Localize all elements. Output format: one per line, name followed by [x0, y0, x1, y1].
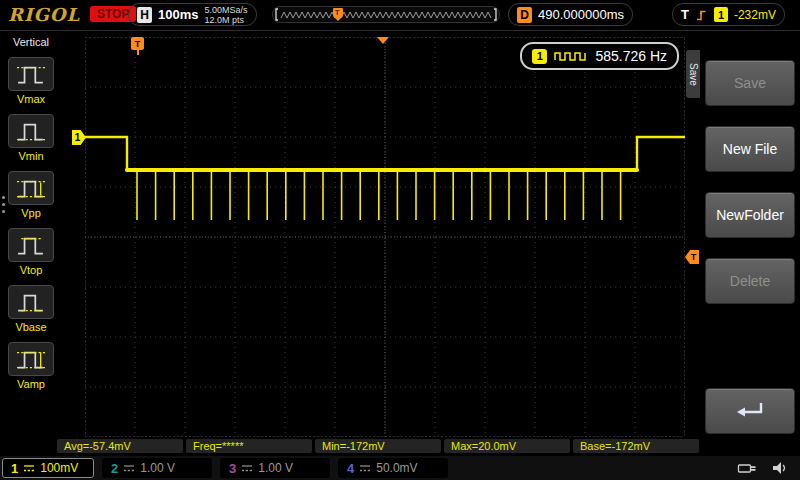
sidebar-item-vpp[interactable]: Vpp	[8, 171, 54, 219]
measurement-base: Base=-172mV	[573, 439, 699, 453]
menu-button-label: Delete	[730, 273, 770, 289]
sample-rate: 5.00MSa/s	[204, 5, 247, 15]
channel-scale: 50.0mV	[376, 461, 417, 475]
channel-4-status[interactable]: 4 50.0mV	[338, 458, 448, 478]
usb-icon	[737, 462, 757, 475]
channel-scale: 1.00 V	[258, 461, 293, 475]
channel-number: 4	[347, 461, 354, 476]
sidebar-item-label: Vamp	[17, 378, 45, 390]
menu-tab: Save	[686, 50, 700, 98]
rising-edge-icon	[695, 8, 708, 22]
measurement-results-bar: Avg=-57.4mV Freq=***** Min=-172mV Max=20…	[57, 439, 699, 453]
vbase-icon	[8, 285, 54, 319]
sidebar-title: Vertical	[13, 36, 49, 48]
return-arrow-icon	[733, 399, 767, 423]
vmax-icon	[8, 57, 54, 91]
memory-depth: 12.0M pts	[204, 15, 247, 25]
channel-number: 2	[111, 461, 118, 476]
menu-button-save[interactable]: Save	[705, 60, 795, 106]
sidebar-item-vamp[interactable]: Vamp	[8, 342, 54, 390]
trigger-label: T	[681, 7, 689, 22]
channel-1-status[interactable]: 1 100mV	[2, 458, 94, 478]
rigol-logo: RIGOL	[8, 4, 80, 25]
sidebar-item-label: Vmax	[17, 93, 45, 105]
timebase-value: 100ms	[158, 7, 198, 22]
menu-button-back[interactable]	[705, 388, 795, 434]
sidebar-item-vbase[interactable]: Vbase	[8, 285, 54, 333]
trigger-group: T 1 -232mV	[672, 3, 785, 26]
speaker-icon	[771, 461, 788, 475]
trigger-level-value: -232mV	[734, 8, 776, 22]
sidebar-item-label: Vtop	[20, 264, 43, 276]
menu-button-label: NewFolder	[716, 207, 784, 223]
counter-channel-badge: 1	[532, 49, 547, 64]
counter-frequency-value: 585.726 Hz	[595, 48, 667, 64]
trigger-level-label: T	[691, 252, 697, 262]
coupling-dc-icon	[123, 464, 135, 473]
acquisition-info: 5.00MSa/s 12.0M pts	[204, 5, 247, 25]
svg-text:T: T	[335, 9, 340, 16]
channel-1-position-marker[interactable]: 1	[72, 130, 86, 145]
menu-button-label: Save	[734, 75, 766, 91]
channel-number: 1	[11, 461, 18, 476]
coupling-dc-icon	[359, 464, 371, 473]
measurement-min: Min=-172mV	[315, 439, 441, 453]
memory-position-graphic: T	[273, 7, 499, 22]
channel-number: 3	[229, 461, 236, 476]
waveform-position-indicator: T	[272, 6, 500, 23]
vpp-icon	[8, 171, 54, 205]
sidebar-item-label: Vpp	[21, 207, 41, 219]
measurement-avg: Avg=-57.4mV	[57, 439, 183, 453]
scope-display: T 1 585.726 Hz 1 T	[85, 37, 685, 437]
waveform-graph	[85, 37, 685, 437]
measurement-freq: Freq=*****	[186, 439, 312, 453]
delay-label: D	[517, 7, 532, 23]
horizontal-settings-group: H 100ms 5.00MSa/s 12.0M pts	[128, 3, 257, 26]
channel-scale: 1.00 V	[140, 461, 175, 475]
trigger-position-flag: T	[131, 37, 144, 50]
menu-button-new-file[interactable]: New File	[705, 126, 795, 172]
screen-center-marker	[377, 37, 389, 44]
soft-menu-panel: Save Save New File NewFolder Delete	[700, 30, 800, 456]
menu-button-new-folder[interactable]: NewFolder	[705, 192, 795, 238]
system-icons	[737, 461, 788, 475]
coupling-dc-icon	[23, 464, 35, 473]
trigger-source-badge: 1	[714, 7, 728, 22]
coupling-dc-icon	[241, 464, 253, 473]
menu-button-delete[interactable]: Delete	[705, 258, 795, 304]
vamp-icon	[8, 342, 54, 376]
measurement-max: Max=20.0mV	[444, 439, 570, 453]
sidebar-item-label: Vmin	[18, 150, 43, 162]
waveform-pulses	[137, 170, 621, 220]
frequency-counter: 1 585.726 Hz	[520, 42, 679, 70]
channel-3-status[interactable]: 3 1.00 V	[220, 458, 330, 478]
delay-value: 490.000000ms	[538, 7, 624, 22]
waveform-high-level	[85, 137, 685, 170]
channel-scale: 100mV	[40, 461, 78, 475]
delay-group: D 490.000000ms	[508, 3, 633, 26]
pulse-train-icon	[554, 50, 588, 62]
sidebar-item-vmax[interactable]: Vmax	[8, 57, 54, 105]
channel-2-status[interactable]: 2 1.00 V	[102, 458, 212, 478]
menu-button-label: New File	[723, 141, 777, 157]
measure-sidebar: Vertical Vmax Vmin	[0, 31, 62, 439]
trigger-flag-label: T	[135, 39, 141, 49]
channel-status-bar: 1 100mV 2 1.00 V 3 1.00 V 4	[0, 456, 800, 480]
trigger-level-marker[interactable]: T	[685, 250, 699, 264]
sidebar-item-vmin[interactable]: Vmin	[8, 114, 54, 162]
sidebar-item-label: Vbase	[15, 321, 46, 333]
oscilloscope-screen: RIGOL STOP H 100ms 5.00MSa/s 12.0M pts T	[0, 0, 800, 480]
vtop-icon	[8, 228, 54, 262]
top-status-bar: RIGOL STOP H 100ms 5.00MSa/s 12.0M pts T	[0, 0, 800, 31]
vmin-icon	[8, 114, 54, 148]
menu-page-indicator	[2, 196, 5, 213]
memory-trigger-marker: T	[333, 8, 343, 21]
horizontal-label: H	[137, 7, 152, 23]
sidebar-item-vtop[interactable]: Vtop	[8, 228, 54, 276]
